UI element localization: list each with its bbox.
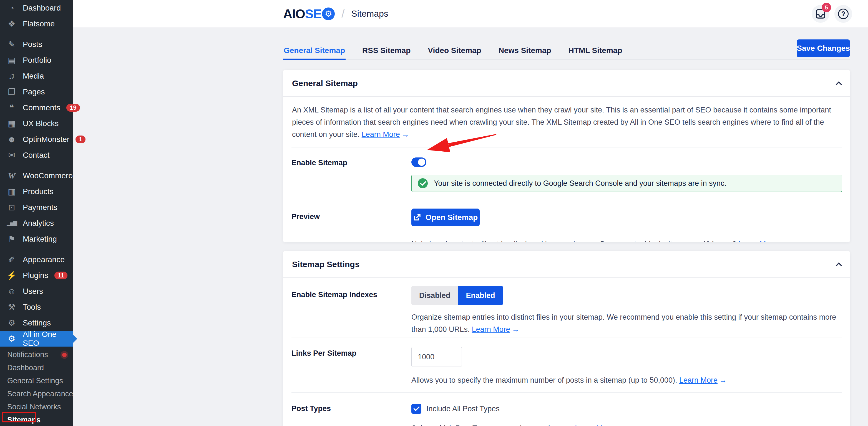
card-title: Sitemap Settings (292, 260, 360, 269)
collapse-chevron-icon[interactable] (836, 262, 842, 269)
settings-sliders-icon: ⚙ (6, 318, 17, 328)
shopping-bag-icon: ▥ (6, 187, 17, 196)
comments-count-badge: 19 (66, 104, 80, 112)
collapse-chevron-icon[interactable] (836, 81, 842, 88)
sidebar-item-label: Payments (23, 203, 58, 212)
sidebar-item-label: Appearance (23, 255, 65, 264)
folder-icon: ▤ (6, 55, 17, 65)
open-sitemap-button[interactable]: Open Sitemap (411, 209, 480, 226)
pages-icon: ❐ (6, 87, 17, 97)
sidebar-item-ux-blocks[interactable]: ▦ UX Blocks (0, 116, 73, 131)
sidebar-item-pages[interactable]: ❐ Pages (0, 84, 73, 100)
sidebar-item-portfolio[interactable]: ▤ Portfolio (0, 52, 73, 68)
sidebar-separator (0, 32, 73, 36)
sidebar-item-comments[interactable]: ❝ Comments 19 (0, 100, 73, 116)
notification-dot (62, 353, 67, 357)
links-per-sitemap-input[interactable] (411, 347, 462, 367)
help-button[interactable]: ? (834, 5, 852, 23)
sitemap-settings-card: Sitemap Settings Enable Sitemap Indexes … (283, 251, 850, 426)
sidebar-item-appearance[interactable]: ✐ Appearance (0, 252, 73, 268)
sidebar-item-label: Tools (23, 303, 41, 312)
save-changes-button[interactable]: Save Changes (797, 39, 850, 57)
sidebar-item-flatsome[interactable]: ❖ Flatsome (0, 16, 73, 32)
sidebar-item-users[interactable]: ☺ Users (0, 283, 73, 299)
sidebar-item-label: Products (23, 187, 54, 196)
tab-video-sitemap[interactable]: Video Sitemap (427, 42, 482, 59)
learn-more-link[interactable]: Learn More (738, 240, 777, 242)
sidebar-item-label: Portfolio (23, 56, 51, 65)
sidebar-item-payments[interactable]: ⊡ Payments (0, 200, 73, 215)
sidebar-item-label: Marketing (23, 235, 57, 244)
post-types-description: Select which Post Types appear in your s… (411, 422, 842, 426)
submenu-item-general-settings[interactable]: General Settings (0, 374, 73, 387)
sidebar-item-media[interactable]: ♫ Media (0, 68, 73, 84)
sidebar-item-products[interactable]: ▥ Products (0, 184, 73, 200)
enabled-option-button[interactable]: Enabled (458, 286, 503, 305)
disabled-option-button[interactable]: Disabled (411, 286, 458, 305)
sidebar-item-posts[interactable]: ✎ Posts (0, 36, 73, 52)
sidebar-item-label: Flatsome (23, 20, 55, 28)
submenu-item-notifications[interactable]: Notifications (0, 348, 73, 361)
sidebar-item-label: Comments (23, 103, 60, 112)
question-mark-icon: ? (838, 9, 848, 19)
learn-more-link[interactable]: Learn More (679, 376, 718, 384)
sidebar-item-plugins[interactable]: ⚡ Plugins 11 (0, 268, 73, 283)
sidebar-item-label: Plugins (23, 271, 48, 280)
enable-sitemap-toggle[interactable] (411, 157, 426, 167)
learn-more-link[interactable]: Learn More (472, 325, 510, 334)
aioseo-logo-gear-icon: ⚙ (322, 7, 335, 20)
comment-bubble-icon: ❝ (6, 103, 17, 113)
blocks-icon: ▦ (6, 119, 17, 128)
arrow-glyph: → (512, 325, 519, 334)
sitemaps-page: General Sitemap RSS Sitemap Video Sitema… (283, 28, 850, 60)
notifications-inbox-button[interactable]: 5 (812, 5, 829, 23)
tab-general-sitemap[interactable]: General Sitemap (283, 42, 346, 59)
general-sitemap-card: General Sitemap An XML Sitemap is a list… (283, 70, 850, 242)
submenu-item-search-appearance[interactable]: Search Appearance (0, 387, 73, 400)
inbox-count-badge: 5 (822, 3, 831, 12)
plug-icon: ⚡ (6, 271, 17, 280)
check-circle-icon (418, 178, 428, 188)
sidebar-item-optinmonster[interactable]: ☻ OptinMonster 1 (0, 131, 73, 147)
breadcrumb: AIOSE ⚙ / Sitemaps (283, 6, 388, 21)
megaphone-icon: ⚑ (6, 234, 17, 244)
include-all-post-types-checkbox[interactable] (411, 404, 422, 414)
tab-html-sitemap[interactable]: HTML Sitemap (568, 42, 623, 59)
tab-rss-sitemap[interactable]: RSS Sitemap (362, 42, 411, 59)
sidebar-item-woocommerce[interactable]: W WooCommerce (0, 168, 73, 184)
toggle-knob (418, 158, 425, 166)
submenu-item-dashboard[interactable]: Dashboard (0, 361, 73, 374)
plugins-count-badge: 11 (54, 272, 67, 279)
sidebar-item-label: Pages (23, 88, 45, 96)
sidebar-item-label: Users (23, 287, 43, 296)
arrow-glyph: → (778, 240, 786, 242)
preview-note: Noindexed content will not be displayed … (411, 239, 842, 242)
sitemap-tabs: General Sitemap RSS Sitemap Video Sitema… (283, 42, 850, 60)
sidebar-item-tools[interactable]: ⚒ Tools (0, 299, 73, 315)
gauge-icon: ◔ (6, 3, 17, 13)
sidebar-item-contact[interactable]: ✉ Contact (0, 147, 73, 163)
arrow-glyph: → (615, 424, 622, 426)
submenu-item-social-networks[interactable]: Social Networks (0, 400, 73, 414)
monster-icon: ☻ (6, 135, 17, 144)
learn-more-link[interactable]: Learn More (362, 130, 400, 139)
envelope-icon: ✉ (6, 150, 17, 160)
sidebar-item-settings[interactable]: ⚙ Settings (0, 315, 73, 331)
breadcrumb-separator: / (341, 7, 344, 20)
media-icon: ♫ (6, 71, 17, 81)
sidebar-separator (0, 247, 73, 252)
sidebar-item-dashboard[interactable]: ◔ Dashboard (0, 0, 73, 16)
woocommerce-icon: W (6, 171, 17, 181)
sidebar-item-label: Media (23, 72, 44, 81)
sidebar-item-label: UX Blocks (23, 119, 59, 128)
gsc-sync-alert: Your site is connected directly to Googl… (411, 175, 842, 192)
submenu-item-sitemaps[interactable]: Sitemaps (0, 414, 73, 426)
aioseo-gear-icon: ⚙ (6, 334, 17, 343)
sidebar-item-marketing[interactable]: ⚑ Marketing (0, 231, 73, 247)
sidebar-item-all-in-one-seo[interactable]: ⚙ All in One SEO (0, 331, 73, 346)
enable-sitemap-label: Enable Sitemap (291, 157, 411, 192)
aioseo-submenu: Notifications Dashboard General Settings… (0, 346, 73, 426)
tab-news-sitemap[interactable]: News Sitemap (498, 42, 552, 59)
sidebar-item-analytics[interactable]: ▂▅▇ Analytics (0, 215, 73, 231)
learn-more-link[interactable]: Learn More (575, 424, 613, 426)
